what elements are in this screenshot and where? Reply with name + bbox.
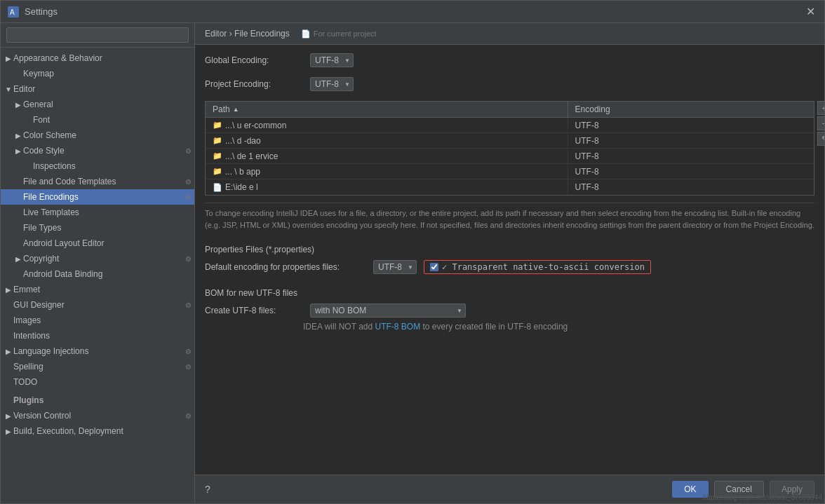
config-icon: ⚙ [185,412,192,420]
config-icon: ⚙ [185,178,192,186]
arrow-icon: ▶ [4,55,13,62]
breadcrumb: Editor › File Encodings [205,29,290,39]
sidebar-item-file-and-code-templates[interactable]: File and Code Templates ⚙ [1,174,194,189]
sidebar-item-todo[interactable]: TODO [1,374,194,390]
sidebar-item-live-templates[interactable]: Live Templates [1,205,194,220]
close-button[interactable]: ✕ [803,5,817,18]
window-title: Settings [25,6,803,17]
config-icon: ⚙ [185,301,192,309]
sidebar-item-file-types[interactable]: File Types [1,220,194,236]
sidebar-item-file-encodings[interactable]: File Encodings ⚙ [1,189,194,205]
sidebar-item-inspections[interactable]: Inspections [1,158,194,174]
sidebar-item-intentions[interactable]: Intentions [1,328,194,343]
sidebar-item-label: Copyright [23,254,185,264]
arrow-icon: ▶ [4,428,13,435]
row-encoding: UTF-8 [568,134,814,148]
edit-encoding-button[interactable]: ✎ [817,132,824,146]
project-encoding-select[interactable]: UTF-8 [310,77,354,91]
sidebar-item-language-injections[interactable]: ▶ Language Injections ⚙ [1,343,194,359]
create-bom-row: Create UTF-8 files: with NO BOM with BOM [205,304,814,318]
table-body: 📁 ...\ u er-common UTF-8 📁 ...\ d -dao [206,118,814,195]
row-path: 📁 ...\ de 1 ervice [206,149,568,163]
bom-note-middle: to every created file in UTF-8 encoding [423,322,568,332]
help-icon[interactable]: ? [205,484,210,495]
sidebar-item-keymap[interactable]: Keymap [1,66,194,81]
sidebar-item-font[interactable]: Font [1,112,194,128]
sidebar-item-code-style[interactable]: ▶ Code Style ⚙ [1,143,194,158]
sidebar-item-editor[interactable]: ▼ Editor [1,81,194,97]
sidebar-item-spelling[interactable]: Spelling ⚙ [1,359,194,374]
sidebar-item-copyright[interactable]: ▶ Copyright ⚙ [1,251,194,266]
breadcrumb-current: File Encodings [234,29,290,39]
sidebar-item-android-data-binding[interactable]: Android Data Binding [1,266,194,282]
default-encoding-select[interactable]: UTF-8 [373,260,417,274]
config-icon: ⚙ [185,363,192,371]
encoding-table: Path ▲ Encoding 📁 ...\ u [205,101,814,196]
sidebar-item-label: Font [33,115,192,125]
sidebar: ▶ Appearance & Behavior Keymap ▼ Editor … [1,23,195,503]
sidebar-item-android-layout-editor[interactable]: Android Layout Editor [1,236,194,251]
sidebar-item-label: Images [13,315,192,325]
sidebar-item-color-scheme[interactable]: ▶ Color Scheme [1,128,194,143]
project-note-text: For current project [314,29,377,38]
add-encoding-button[interactable]: + [817,101,824,115]
sidebar-item-label: Code Style [23,146,185,156]
sidebar-item-label: Appearance & Behavior [13,53,192,63]
sidebar-item-label: GUI Designer [13,300,185,310]
arrow-icon: ▶ [13,132,23,139]
sidebar-item-label: Build, Execution, Deployment [13,426,192,436]
description-text: To change encoding IntelliJ IDEA uses fo… [205,203,814,235]
breadcrumb-parent: Editor [205,29,227,39]
sidebar-item-label: Emmet [13,285,192,294]
config-icon: ⚙ [185,255,192,263]
row-path: 📁 ... \ b app [206,165,568,179]
table-row[interactable]: 📄 E:\ide e l UTF-8 [206,179,814,195]
table-row[interactable]: 📁 ...\ de 1 ervice UTF-8 [206,149,814,164]
row-encoding: UTF-8 [568,149,814,163]
config-icon: ⚙ [185,193,192,201]
global-encoding-select[interactable]: UTF-8 [310,53,354,67]
folder-icon: 📁 [213,121,222,130]
bom-link[interactable]: UTF-8 BOM [375,322,420,332]
sidebar-item-label: TODO [13,377,192,387]
project-encoding-label: Project Encoding: [205,79,303,89]
arrow-icon: ▶ [4,286,13,294]
sidebar-item-label: Android Data Binding [23,269,192,279]
sidebar-item-images[interactable]: Images [1,313,194,328]
folder-icon: 📁 [213,136,222,145]
arrow-icon: ▶ [4,348,13,355]
config-icon: ⚙ [185,348,192,355]
remove-encoding-button[interactable]: − [817,116,824,130]
table-row[interactable]: 📁 ...\ d -dao UTF-8 [206,133,814,149]
col-encoding-label: Encoding [575,104,610,114]
sidebar-item-appearance[interactable]: ▶ Appearance & Behavior [1,50,194,66]
sidebar-item-emmet[interactable]: ▶ Emmet [1,282,194,297]
encoding-table-wrapper: Path ▲ Encoding 📁 ...\ u [205,101,814,196]
sidebar-item-version-control[interactable]: ▶ Version Control ⚙ [1,408,194,423]
path-value: E:\ide e l [225,182,258,192]
sidebar-item-general[interactable]: ▶ General [1,97,194,112]
sidebar-item-plugins[interactable]: Plugins [1,393,194,408]
arrow-icon: ▶ [13,255,23,263]
arrow-icon: ▼ [4,86,13,93]
sidebar-item-label: Color Scheme [23,130,192,140]
project-note: 📄 For current project [301,29,377,39]
sort-arrow-icon: ▲ [233,106,239,113]
sidebar-item-build-execution[interactable]: ▶ Build, Execution, Deployment [1,423,194,439]
config-icon: ⚙ [185,147,192,155]
project-encoding-select-wrapper: UTF-8 [310,77,354,91]
table-actions: + − ✎ [817,101,824,146]
transparent-conversion-checkbox[interactable] [430,263,438,271]
table-row[interactable]: 📁 ...\ u er-common UTF-8 [206,118,814,133]
row-encoding: UTF-8 [568,118,814,132]
sidebar-item-label: File Encodings [23,192,185,202]
search-input[interactable] [6,27,189,43]
create-bom-select[interactable]: with NO BOM with BOM [310,304,466,318]
path-value: ...\ d -dao [225,136,261,146]
sidebar-item-gui-designer[interactable]: GUI Designer ⚙ [1,297,194,313]
sidebar-item-label: Plugins [13,395,192,405]
col-path: Path ▲ [206,102,568,117]
sidebar-item-label: Spelling [13,362,185,372]
table-row[interactable]: 📁 ... \ b app UTF-8 [206,164,814,179]
folder-icon: 📁 [213,167,222,176]
